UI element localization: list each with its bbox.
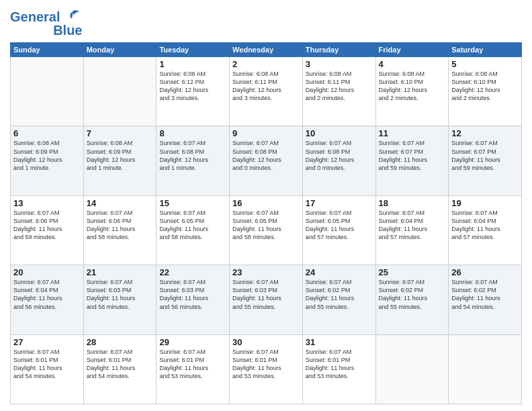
day-number: 5 (451, 59, 519, 69)
day-number: 22 (159, 267, 226, 277)
weekday-header-row: SundayMondayTuesdayWednesdayThursdayFrid… (11, 43, 522, 57)
day-number: 24 (306, 267, 373, 277)
day-info: Sunrise: 6:07 AM Sunset: 6:05 PM Dayligh… (159, 209, 226, 242)
page: General Blue SundayMondayTuesdayWednesda… (0, 0, 532, 411)
day-number: 6 (13, 128, 81, 138)
day-cell (11, 57, 84, 126)
day-number: 31 (306, 337, 373, 347)
day-cell: 17Sunrise: 6:07 AM Sunset: 6:05 PM Dayli… (302, 195, 375, 265)
day-number: 15 (159, 198, 226, 208)
day-info: Sunrise: 6:07 AM Sunset: 6:01 PM Dayligh… (306, 348, 373, 381)
day-info: Sunrise: 6:07 AM Sunset: 6:02 PM Dayligh… (306, 278, 373, 311)
day-number: 18 (379, 198, 446, 208)
day-info: Sunrise: 6:07 AM Sunset: 6:07 PM Dayligh… (379, 139, 446, 172)
logo: General Blue (10, 7, 82, 38)
day-info: Sunrise: 6:07 AM Sunset: 6:01 PM Dayligh… (159, 348, 226, 381)
day-number: 1 (159, 59, 226, 69)
day-info: Sunrise: 6:08 AM Sunset: 6:12 PM Dayligh… (159, 70, 226, 103)
day-info: Sunrise: 6:08 AM Sunset: 6:09 PM Dayligh… (87, 139, 154, 172)
week-row-4: 20Sunrise: 6:07 AM Sunset: 6:04 PM Dayli… (11, 265, 522, 334)
day-info: Sunrise: 6:07 AM Sunset: 6:01 PM Dayligh… (13, 348, 81, 381)
day-info: Sunrise: 6:07 AM Sunset: 6:08 PM Dayligh… (232, 139, 300, 172)
day-info: Sunrise: 6:07 AM Sunset: 6:02 PM Dayligh… (379, 278, 446, 311)
day-cell: 10Sunrise: 6:07 AM Sunset: 6:08 PM Dayli… (302, 126, 375, 195)
day-number: 13 (13, 198, 81, 208)
day-cell: 12Sunrise: 6:07 AM Sunset: 6:07 PM Dayli… (449, 126, 522, 195)
day-cell: 23Sunrise: 6:07 AM Sunset: 6:03 PM Dayli… (230, 265, 303, 334)
day-info: Sunrise: 6:07 AM Sunset: 6:06 PM Dayligh… (87, 209, 154, 242)
day-number: 27 (13, 337, 81, 347)
day-number: 9 (232, 128, 300, 138)
day-number: 20 (13, 267, 81, 277)
day-number: 28 (87, 337, 154, 347)
day-info: Sunrise: 6:07 AM Sunset: 6:03 PM Dayligh… (232, 278, 300, 311)
day-info: Sunrise: 6:07 AM Sunset: 6:02 PM Dayligh… (451, 278, 519, 311)
day-info: Sunrise: 6:07 AM Sunset: 6:07 PM Dayligh… (451, 139, 519, 172)
day-cell: 16Sunrise: 6:07 AM Sunset: 6:05 PM Dayli… (230, 195, 303, 265)
day-info: Sunrise: 6:08 AM Sunset: 6:11 PM Dayligh… (306, 70, 373, 103)
day-info: Sunrise: 6:07 AM Sunset: 6:08 PM Dayligh… (306, 139, 373, 172)
day-cell (449, 334, 522, 404)
day-number: 8 (159, 128, 226, 138)
day-info: Sunrise: 6:07 AM Sunset: 6:03 PM Dayligh… (87, 278, 154, 311)
day-cell: 2Sunrise: 6:08 AM Sunset: 6:11 PM Daylig… (230, 57, 303, 126)
day-cell: 11Sunrise: 6:07 AM Sunset: 6:07 PM Dayli… (375, 126, 449, 195)
day-cell: 22Sunrise: 6:07 AM Sunset: 6:03 PM Dayli… (157, 265, 230, 334)
day-cell: 21Sunrise: 6:07 AM Sunset: 6:03 PM Dayli… (83, 265, 157, 334)
day-cell: 6Sunrise: 6:08 AM Sunset: 6:09 PM Daylig… (11, 126, 84, 195)
day-info: Sunrise: 6:07 AM Sunset: 6:01 PM Dayligh… (87, 348, 154, 381)
day-cell: 19Sunrise: 6:07 AM Sunset: 6:04 PM Dayli… (449, 195, 522, 265)
day-number: 14 (87, 198, 154, 208)
day-info: Sunrise: 6:07 AM Sunset: 6:05 PM Dayligh… (306, 209, 373, 242)
day-number: 29 (159, 337, 226, 347)
day-cell (375, 334, 449, 404)
day-info: Sunrise: 6:08 AM Sunset: 6:11 PM Dayligh… (232, 70, 300, 103)
day-cell: 14Sunrise: 6:07 AM Sunset: 6:06 PM Dayli… (83, 195, 157, 265)
day-number: 30 (232, 337, 300, 347)
day-cell (83, 57, 157, 126)
day-info: Sunrise: 6:07 AM Sunset: 6:05 PM Dayligh… (232, 209, 300, 242)
day-cell: 28Sunrise: 6:07 AM Sunset: 6:01 PM Dayli… (83, 334, 157, 404)
weekday-header-saturday: Saturday (449, 43, 522, 57)
day-cell: 18Sunrise: 6:07 AM Sunset: 6:04 PM Dayli… (375, 195, 449, 265)
day-cell: 15Sunrise: 6:07 AM Sunset: 6:05 PM Dayli… (157, 195, 230, 265)
day-number: 25 (379, 267, 446, 277)
day-number: 11 (379, 128, 446, 138)
day-cell: 30Sunrise: 6:07 AM Sunset: 6:01 PM Dayli… (230, 334, 303, 404)
day-cell: 1Sunrise: 6:08 AM Sunset: 6:12 PM Daylig… (157, 57, 230, 126)
day-cell: 9Sunrise: 6:07 AM Sunset: 6:08 PM Daylig… (230, 126, 303, 195)
day-cell: 3Sunrise: 6:08 AM Sunset: 6:11 PM Daylig… (302, 57, 375, 126)
day-info: Sunrise: 6:08 AM Sunset: 6:09 PM Dayligh… (13, 139, 81, 172)
day-cell: 27Sunrise: 6:07 AM Sunset: 6:01 PM Dayli… (11, 334, 84, 404)
day-info: Sunrise: 6:07 AM Sunset: 6:01 PM Dayligh… (232, 348, 300, 381)
weekday-header-monday: Monday (83, 43, 157, 57)
day-number: 7 (87, 128, 154, 138)
day-cell: 7Sunrise: 6:08 AM Sunset: 6:09 PM Daylig… (83, 126, 157, 195)
weekday-header-wednesday: Wednesday (230, 43, 303, 57)
day-cell: 20Sunrise: 6:07 AM Sunset: 6:04 PM Dayli… (11, 265, 84, 334)
logo-blue: Blue (53, 23, 82, 38)
day-info: Sunrise: 6:07 AM Sunset: 6:04 PM Dayligh… (13, 278, 81, 311)
day-number: 26 (451, 267, 519, 277)
day-info: Sunrise: 6:08 AM Sunset: 6:10 PM Dayligh… (379, 70, 446, 103)
day-cell: 31Sunrise: 6:07 AM Sunset: 6:01 PM Dayli… (302, 334, 375, 404)
day-number: 10 (306, 128, 373, 138)
calendar-table: SundayMondayTuesdayWednesdayThursdayFrid… (10, 42, 522, 404)
weekday-header-thursday: Thursday (302, 43, 375, 57)
day-cell: 4Sunrise: 6:08 AM Sunset: 6:10 PM Daylig… (375, 57, 449, 126)
day-number: 12 (451, 128, 519, 138)
day-info: Sunrise: 6:07 AM Sunset: 6:06 PM Dayligh… (13, 209, 81, 242)
day-info: Sunrise: 6:07 AM Sunset: 6:08 PM Dayligh… (159, 139, 226, 172)
day-number: 3 (306, 59, 373, 69)
day-number: 17 (306, 198, 373, 208)
day-cell: 29Sunrise: 6:07 AM Sunset: 6:01 PM Dayli… (157, 334, 230, 404)
week-row-1: 1Sunrise: 6:08 AM Sunset: 6:12 PM Daylig… (11, 57, 522, 126)
day-cell: 8Sunrise: 6:07 AM Sunset: 6:08 PM Daylig… (157, 126, 230, 195)
week-row-5: 27Sunrise: 6:07 AM Sunset: 6:01 PM Dayli… (11, 334, 522, 404)
day-number: 21 (87, 267, 154, 277)
day-cell: 24Sunrise: 6:07 AM Sunset: 6:02 PM Dayli… (302, 265, 375, 334)
weekday-header-tuesday: Tuesday (157, 43, 230, 57)
day-info: Sunrise: 6:07 AM Sunset: 6:04 PM Dayligh… (451, 209, 519, 242)
day-cell: 25Sunrise: 6:07 AM Sunset: 6:02 PM Dayli… (375, 265, 449, 334)
day-cell: 13Sunrise: 6:07 AM Sunset: 6:06 PM Dayli… (11, 195, 84, 265)
